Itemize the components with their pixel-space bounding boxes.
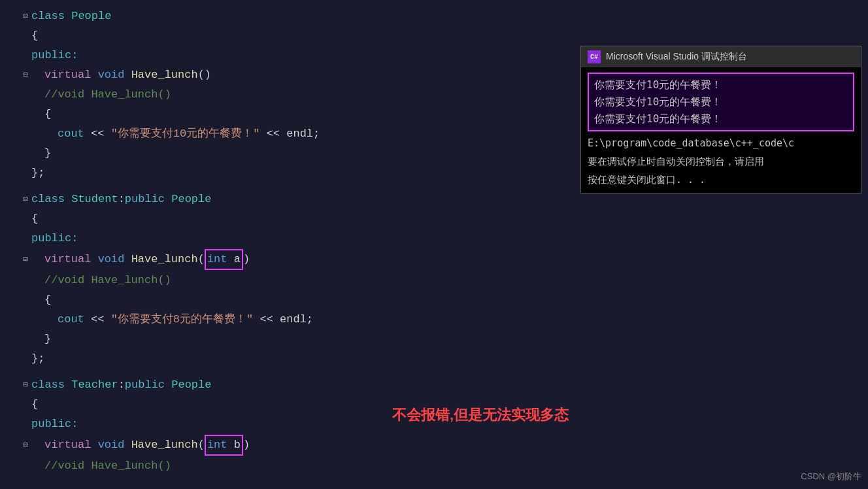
code-line: ⊟ virtual void Have_lunch(int a) bbox=[0, 248, 868, 271]
line-content: }; bbox=[31, 350, 868, 368]
collapse-button[interactable]: ⊟ bbox=[20, 439, 31, 451]
code-line: //void Have_lunch() bbox=[0, 456, 868, 476]
output-highlighted-block: 你需要支付10元的午餐费！ 你需要支付10元的午餐费！ 你需要支付10元的午餐费… bbox=[588, 73, 854, 131]
no-collapse bbox=[20, 314, 31, 326]
vs-output: 你需要支付10元的午餐费！ 你需要支付10元的午餐费！ 你需要支付10元的午餐费… bbox=[581, 67, 861, 193]
line-content: cout << "你需要支付8元的午餐费！" << endl; bbox=[58, 311, 868, 329]
collapse-button[interactable]: ⊟ bbox=[20, 194, 31, 205]
no-collapse bbox=[20, 460, 31, 472]
no-collapse bbox=[20, 233, 31, 244]
no-collapse bbox=[20, 213, 31, 225]
no-collapse bbox=[20, 30, 31, 42]
line-content: public: bbox=[31, 229, 868, 248]
vs-console-title: Microsoft Visual Studio 调试控制台 bbox=[606, 51, 747, 63]
line-content: { bbox=[31, 27, 868, 45]
collapse-button[interactable]: ⊟ bbox=[20, 69, 31, 81]
code-line: //void Have_lunch() bbox=[0, 271, 868, 290]
collapse-button[interactable]: ⊟ bbox=[20, 10, 31, 22]
no-collapse bbox=[20, 50, 31, 61]
code-line: { bbox=[0, 209, 868, 229]
no-collapse bbox=[20, 275, 31, 286]
output-close-line: 按任意键关闭此窗口. . . bbox=[588, 172, 854, 188]
no-collapse bbox=[20, 148, 31, 160]
code-line: { bbox=[0, 26, 868, 46]
no-collapse bbox=[20, 353, 31, 365]
line-content: { bbox=[31, 210, 868, 228]
no-collapse bbox=[20, 399, 31, 411]
line-content: virtual void Have_lunch(int b) bbox=[44, 435, 868, 456]
line-content: class Teacher:public People bbox=[31, 376, 868, 394]
no-collapse bbox=[20, 167, 31, 179]
vs-titlebar: C# Microsoft Visual Studio 调试控制台 bbox=[581, 46, 861, 67]
code-line: ⊟ virtual void Have_lunch(int b) bbox=[0, 434, 868, 456]
code-line: } bbox=[0, 329, 868, 349]
line-content: class People bbox=[31, 7, 868, 25]
no-collapse bbox=[20, 333, 31, 345]
output-hint-line: 要在调试停止时自动关闭控制台，请启用 bbox=[588, 154, 854, 169]
no-collapse bbox=[20, 294, 31, 306]
no-collapse bbox=[20, 128, 31, 140]
collapse-button[interactable]: ⊟ bbox=[20, 254, 31, 265]
no-collapse bbox=[20, 418, 31, 430]
output-path-line: E:\program\code_database\c++_code\c bbox=[588, 135, 854, 151]
collapse-button[interactable]: ⊟ bbox=[20, 379, 31, 391]
code-line: ⊟ class Teacher:public People bbox=[0, 375, 868, 395]
output-line-1: 你需要支付10元的午餐费！ bbox=[594, 76, 848, 93]
line-content: { bbox=[44, 291, 868, 309]
line-content: } bbox=[44, 330, 868, 348]
output-line-3: 你需要支付10元的午餐费！ bbox=[594, 110, 848, 127]
code-line: }; bbox=[0, 349, 868, 369]
vs-icon: C# bbox=[588, 50, 601, 63]
csdn-watermark: CSDN @初阶牛 bbox=[801, 471, 861, 482]
int-b-highlight: int b bbox=[205, 435, 243, 456]
output-line-2: 你需要支付10元的午餐费！ bbox=[594, 93, 848, 110]
no-collapse bbox=[20, 89, 31, 101]
line-content: virtual void Have_lunch(int a) bbox=[44, 249, 868, 270]
line-content: //void Have_lunch() bbox=[44, 457, 868, 475]
code-line: { bbox=[0, 290, 868, 310]
code-line: cout << "你需要支付8元的午餐费！" << endl; bbox=[0, 310, 868, 329]
vs-console-window: C# Microsoft Visual Studio 调试控制台 你需要支付10… bbox=[580, 46, 861, 194]
code-line: ⊟ class People bbox=[0, 7, 868, 26]
line-content: //void Have_lunch() bbox=[44, 271, 868, 290]
code-line: public: bbox=[0, 229, 868, 248]
no-collapse bbox=[20, 109, 31, 120]
annotation: 不会报错,但是无法实现多态 bbox=[392, 405, 569, 425]
int-a-highlight: int a bbox=[205, 249, 243, 270]
